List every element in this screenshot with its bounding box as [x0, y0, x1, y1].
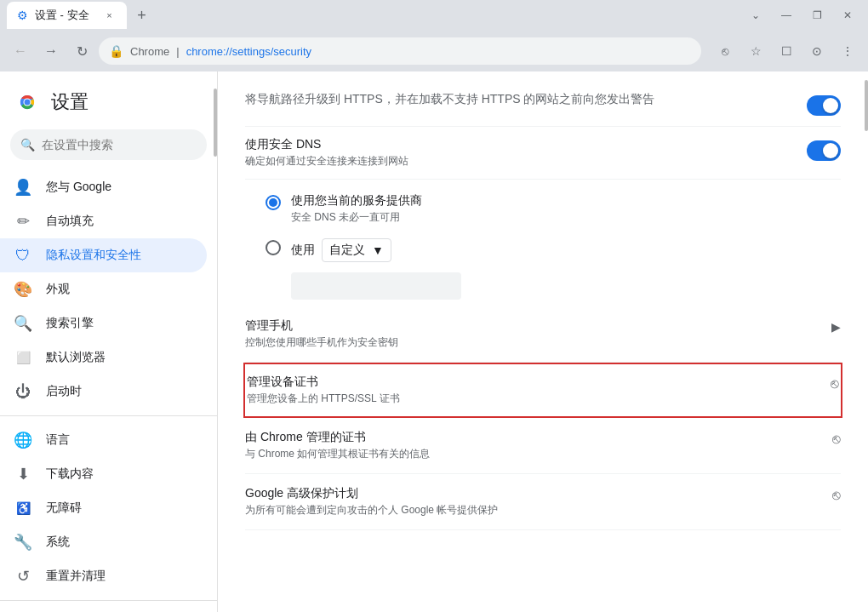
dropdown-value: 自定义: [329, 243, 365, 258]
tab-view-button[interactable]: ☐: [773, 37, 800, 65]
secure-dns-sublabel: 确定如何通过安全连接来连接到网站: [245, 154, 793, 169]
active-tab[interactable]: ⚙ 设置 - 安全 ×: [7, 2, 127, 29]
sidebar-item-browser[interactable]: ⬜ 默认浏览器: [0, 340, 207, 375]
power-icon: ⏻: [14, 383, 32, 401]
search-engine-icon: 🔍: [14, 314, 32, 333]
dns-custom-text: 使用 自定义 ▼: [291, 238, 391, 262]
chrome-certs-sublabel: 与 Chrome 如何管理其根证书有关的信息: [245, 447, 832, 461]
google-protection-row[interactable]: Google 高级保护计划 为所有可能会遭到定向攻击的个人 Google 帐号提…: [245, 474, 841, 530]
dns-current-label: 使用您当前的服务提供商: [291, 193, 422, 209]
content-scrollbar[interactable]: [865, 80, 868, 131]
dns-option-custom[interactable]: 使用 自定义 ▼: [266, 232, 841, 269]
settings-section: 将导航路径升级到 HTTPS，并在加载不支持 HTTPS 的网站之前向您发出警告…: [218, 71, 868, 544]
sidebar-item-language[interactable]: 🌐 语言: [0, 423, 207, 457]
profile-button[interactable]: ⊙: [803, 37, 831, 65]
dropdown-placeholder-box: [291, 272, 461, 300]
lock-icon: 🔒: [109, 44, 123, 58]
reset-icon: ↺: [14, 567, 32, 586]
address-bar[interactable]: 🔒 Chrome | chrome://settings/security: [99, 37, 701, 65]
close-button[interactable]: ✕: [834, 5, 861, 26]
sidebar-label-reset: 重置并清理: [46, 569, 106, 584]
secure-dns-label: 使用安全 DNS: [245, 137, 793, 152]
dns-current-sublabel: 安全 DNS 未必一直可用: [291, 210, 422, 225]
chevron-down-button[interactable]: ⌄: [742, 5, 769, 26]
manage-phone-sublabel: 控制您使用哪些手机作为安全密钥: [245, 335, 831, 350]
sidebar-divider-2: [0, 600, 217, 601]
sidebar-label-system: 系统: [46, 535, 70, 550]
sidebar-item-search[interactable]: 🔍 搜索引擎: [0, 306, 207, 340]
manage-device-certs-row[interactable]: 管理设备证书 管理您设备上的 HTTPS/SSL 证书 ⎋: [243, 363, 842, 418]
https-upgrade-toggle[interactable]: [807, 95, 841, 116]
google-protection-sublabel: 为所有可能会遭到定向攻击的个人 Google 帐号提供保护: [245, 503, 832, 518]
bookmark-button[interactable]: ☆: [742, 37, 769, 65]
chrome-certs-text: 由 Chrome 管理的证书 与 Chrome 如何管理其根证书有关的信息: [245, 430, 832, 461]
secure-dns-text: 使用安全 DNS 确定如何通过安全连接来连接到网站: [245, 137, 807, 169]
dns-option-current[interactable]: 使用您当前的服务提供商 安全 DNS 未必一直可用: [266, 186, 841, 232]
sidebar-item-download[interactable]: ⬇ 下载内容: [0, 457, 207, 491]
sidebar-label-download: 下载内容: [46, 466, 94, 482]
sidebar-item-privacy[interactable]: 🛡 隐私设置和安全性: [0, 238, 207, 272]
sidebar-item-autofill[interactable]: ✏ 自动填充: [0, 204, 207, 238]
search-input[interactable]: [42, 138, 197, 152]
palette-icon: 🎨: [14, 280, 32, 299]
sidebar-scrollbar[interactable]: [214, 89, 217, 157]
new-tab-button[interactable]: +: [130, 3, 154, 27]
svg-point-3: [25, 100, 31, 106]
main-layout: 设置 🔍 👤 您与 Google ✏ 自动填充 🛡 隐私设置和安全性 🎨 外观 …: [0, 71, 868, 612]
dns-custom-dropdown[interactable]: 自定义 ▼: [322, 238, 391, 262]
dns-current-text: 使用您当前的服务提供商 安全 DNS 未必一直可用: [291, 193, 422, 225]
site-label: Chrome: [130, 45, 169, 58]
radio-current-icon: [266, 195, 281, 210]
shield-icon: 🛡: [14, 247, 32, 265]
sidebar-item-accessibility[interactable]: ♿ 无障碍: [0, 491, 207, 525]
google-protection-label: Google 高级保护计划: [245, 486, 832, 501]
sidebar-item-extensions[interactable]: 🧩 扩展程序 ⎋: [0, 608, 207, 612]
sidebar-label-browser: 默认浏览器: [46, 350, 106, 365]
tab-close-button[interactable]: ×: [103, 9, 117, 22]
download-icon: ⬇: [14, 465, 32, 483]
sidebar-divider-1: [0, 415, 217, 416]
tab-title: 设置 - 安全: [35, 8, 89, 23]
sidebar-item-system[interactable]: 🔧 系统: [0, 525, 207, 559]
sidebar-label-language: 语言: [46, 432, 70, 448]
top-partial-text: 将导航路径升级到 HTTPS，并在加载不支持 HTTPS 的网站之前向您发出警告: [245, 92, 654, 107]
sidebar-label-google: 您与 Google: [46, 180, 111, 195]
sidebar-item-google[interactable]: 👤 您与 Google: [0, 170, 207, 204]
manage-certs-sublabel: 管理您设备上的 HTTPS/SSL 证书: [247, 392, 831, 406]
share-button[interactable]: ⎋: [711, 37, 739, 65]
titlebar: ⚙ 设置 - 安全 × + ⌄ — ❐ ✕: [0, 0, 868, 31]
person-icon: 👤: [14, 178, 32, 197]
globe-icon: 🌐: [14, 431, 32, 449]
chrome-certs-label: 由 Chrome 管理的证书: [245, 430, 832, 445]
sidebar-logo-area: 设置: [0, 82, 217, 129]
content-area: 将导航路径升级到 HTTPS，并在加载不支持 HTTPS 的网站之前向您发出警告…: [218, 71, 868, 612]
chrome-certs-row[interactable]: 由 Chrome 管理的证书 与 Chrome 如何管理其根证书有关的信息 ⎋: [245, 418, 841, 474]
wrench-icon: 🔧: [14, 533, 32, 552]
minimize-button[interactable]: —: [773, 5, 800, 26]
radio-custom-icon: [266, 240, 281, 255]
forward-button[interactable]: →: [37, 37, 65, 65]
sidebar-item-appearance[interactable]: 🎨 外观: [0, 272, 207, 306]
sidebar-label-accessibility: 无障碍: [46, 500, 82, 516]
more-button[interactable]: ⋮: [834, 37, 861, 65]
back-button[interactable]: ←: [7, 37, 34, 65]
sidebar-label-privacy: 隐私设置和安全性: [46, 248, 141, 263]
sidebar: 设置 🔍 👤 您与 Google ✏ 自动填充 🛡 隐私设置和安全性 🎨 外观 …: [0, 71, 218, 612]
address-right-icons: ⎋ ☆ ☐ ⊙ ⋮: [711, 37, 861, 65]
manage-certs-label: 管理设备证书: [247, 375, 831, 390]
refresh-button[interactable]: ↻: [68, 37, 95, 65]
secure-dns-toggle[interactable]: [807, 140, 841, 161]
dns-custom-label: 使用: [291, 243, 315, 258]
address-path: chrome://settings/security: [186, 45, 311, 58]
sidebar-search-box[interactable]: 🔍: [10, 129, 207, 160]
maximize-button[interactable]: ❐: [803, 5, 831, 26]
search-icon: 🔍: [20, 138, 35, 152]
manage-phone-text: 管理手机 控制您使用哪些手机作为安全密钥: [245, 318, 831, 350]
tab-settings-icon: ⚙: [17, 9, 28, 22]
manage-phone-row[interactable]: 管理手机 控制您使用哪些手机作为安全密钥 ▶: [245, 306, 841, 363]
sidebar-title: 设置: [51, 89, 89, 115]
accessibility-icon: ♿: [14, 501, 32, 515]
sidebar-item-startup[interactable]: ⏻ 启动时: [0, 375, 207, 409]
sidebar-item-reset[interactable]: ↺ 重置并清理: [0, 559, 207, 593]
browser-icon: ⬜: [14, 351, 32, 364]
